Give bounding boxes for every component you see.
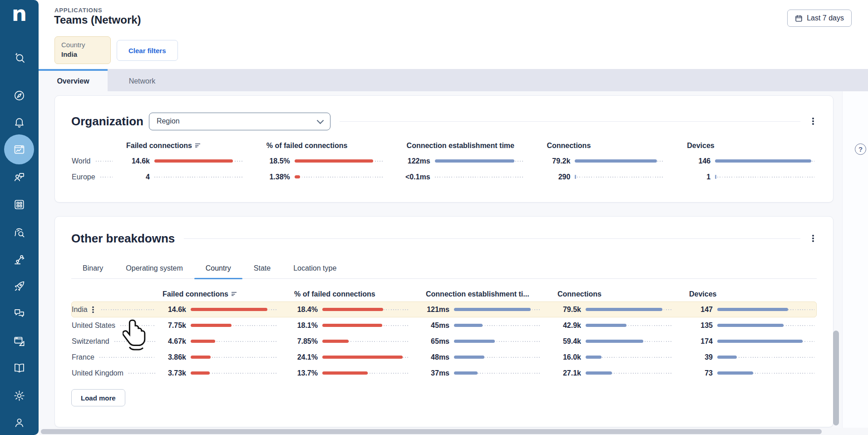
tab-network[interactable]: Network	[108, 69, 177, 91]
applications-grid-icon[interactable]	[0, 198, 39, 211]
metric-value: 1	[676, 173, 710, 181]
metric-value: 14.6k	[115, 157, 150, 165]
breakdowns-menu-icon[interactable]	[809, 232, 817, 245]
filter-chip-country[interactable]: Country India	[54, 36, 111, 64]
group-by-select[interactable]: Region	[149, 113, 330, 130]
column-header[interactable]: Connection establishment time	[396, 142, 536, 150]
alerts-bell-icon[interactable]	[0, 117, 39, 129]
metric-value: 24.1%	[290, 353, 318, 361]
organization-menu-icon[interactable]	[809, 115, 817, 128]
explore-compass-icon[interactable]	[0, 89, 39, 102]
table-row[interactable]: United States7.75k18.1%45ms42.9k135	[71, 317, 817, 333]
metric-cell: 48ms	[421, 353, 553, 361]
table-row[interactable]: India14.6k18.4%121ms79.5k147	[71, 302, 817, 317]
bar-fill	[435, 159, 514, 163]
column-header[interactable]: Failed connections	[115, 142, 256, 150]
column-header[interactable]: % of failed connections	[256, 142, 396, 150]
column-header[interactable]: Connections	[553, 290, 685, 298]
bar-track	[717, 323, 814, 328]
tab-binary[interactable]: Binary	[71, 258, 114, 278]
metric-cell: 37ms	[421, 369, 553, 377]
metric-value: 121ms	[421, 306, 449, 314]
design-tools-icon[interactable]	[0, 335, 39, 347]
messages-chat-icon[interactable]	[0, 307, 39, 320]
table-row[interactable]: United Kingdom3.73k13.7%37ms27.1k73	[71, 365, 817, 381]
metric-value: 3.73k	[158, 369, 186, 377]
horizontal-scrollbar-thumb[interactable]	[41, 429, 822, 434]
user-experience-icon[interactable]	[0, 171, 39, 183]
filter-chip-value: India	[61, 49, 104, 59]
table-row[interactable]: Switzerland4.67k7.85%65ms59.4k174	[71, 333, 817, 349]
metric-cell: 14.6k	[115, 157, 256, 165]
metric-value: 135	[685, 321, 713, 330]
ai-search-icon[interactable]	[0, 51, 39, 64]
metric-cell: 122ms	[396, 157, 536, 165]
settings-gear-icon[interactable]	[0, 390, 39, 402]
profile-user-icon[interactable]	[0, 416, 39, 429]
metric-cell: 18.5%	[256, 157, 396, 165]
dotted-leader	[101, 309, 155, 310]
bar-track	[154, 174, 244, 179]
breakdowns-tabbar: Binary Operating system Country State Lo…	[71, 258, 817, 279]
clear-filters-button[interactable]: Clear filters	[117, 40, 178, 61]
metric-cell: 73	[685, 369, 816, 377]
tab-operating-system[interactable]: Operating system	[114, 258, 194, 278]
automation-robot-arm-icon[interactable]	[0, 253, 39, 266]
column-header[interactable]: Failed connections	[158, 290, 290, 298]
load-more-button[interactable]: Load more	[71, 389, 125, 406]
date-range-button[interactable]: Last 7 days	[787, 10, 852, 27]
bar-track	[717, 371, 814, 376]
dashboards-icon[interactable]	[0, 143, 39, 156]
breadcrumb: APPLICATIONS	[54, 7, 102, 14]
bar-fill	[717, 340, 803, 343]
metric-value: 18.1%	[290, 321, 318, 330]
bar-track	[322, 355, 409, 360]
dotted-leader	[114, 341, 155, 342]
metric-value: 42.9k	[553, 321, 581, 330]
metric-cell: 79.5k	[553, 306, 685, 314]
bar-fill	[586, 340, 643, 343]
main-area: APPLICATIONS Teams (Network) Last 7 days…	[39, 0, 868, 435]
metric-cell: 135	[685, 321, 816, 330]
tab-country[interactable]: Country	[194, 258, 242, 278]
bar-fill	[586, 324, 626, 327]
metric-value: 7.75k	[158, 321, 186, 330]
bar-fill	[454, 356, 484, 359]
column-header[interactable]: Connection establishment ti...	[421, 290, 553, 298]
launch-rocket-icon[interactable]	[0, 280, 39, 292]
dotted-leader	[128, 373, 155, 374]
metric-value: 73	[685, 369, 713, 377]
bar-fill	[586, 371, 612, 375]
metric-cell: 121ms	[421, 306, 553, 314]
netskope-logo[interactable]: n	[0, 1, 39, 26]
metric-value: 79.5k	[553, 306, 581, 314]
column-header[interactable]: % of failed connections	[290, 290, 421, 298]
table-row[interactable]: France3.86k24.1%48ms16.0k39	[71, 349, 817, 365]
row-menu-icon[interactable]	[89, 304, 96, 316]
bar-fill	[717, 324, 784, 327]
dotted-leader	[99, 357, 155, 358]
bar-track	[575, 174, 664, 179]
bar-track	[717, 339, 814, 344]
column-header[interactable]: Devices	[676, 142, 816, 150]
column-header[interactable]: Connections	[536, 142, 676, 150]
vertical-scrollbar-thumb[interactable]	[833, 331, 839, 425]
library-book-icon[interactable]	[0, 362, 39, 374]
metric-cell: 290	[536, 173, 676, 181]
tab-overview[interactable]: Overview	[39, 69, 108, 91]
bar-fill	[191, 356, 211, 359]
calendar-icon	[795, 15, 803, 22]
table-row[interactable]: World14.6k18.5%122ms79.2k146	[71, 153, 817, 169]
metric-cell: 3.86k	[158, 353, 290, 361]
table-row[interactable]: Europe41.38%<0.1ms2901	[71, 169, 817, 185]
app-window: n	[0, 0, 868, 435]
tab-location-type[interactable]: Location type	[282, 258, 348, 278]
metric-value: 16.0k	[553, 353, 581, 361]
column-header[interactable]: Devices	[685, 290, 816, 298]
help-icon[interactable]: ?	[855, 143, 866, 155]
tab-state[interactable]: State	[242, 258, 282, 278]
metric-cell: 4.67k	[158, 337, 290, 346]
metric-value: 7.85%	[290, 337, 318, 346]
bar-track	[454, 371, 541, 376]
investigate-fingerprint-icon[interactable]	[0, 226, 39, 238]
